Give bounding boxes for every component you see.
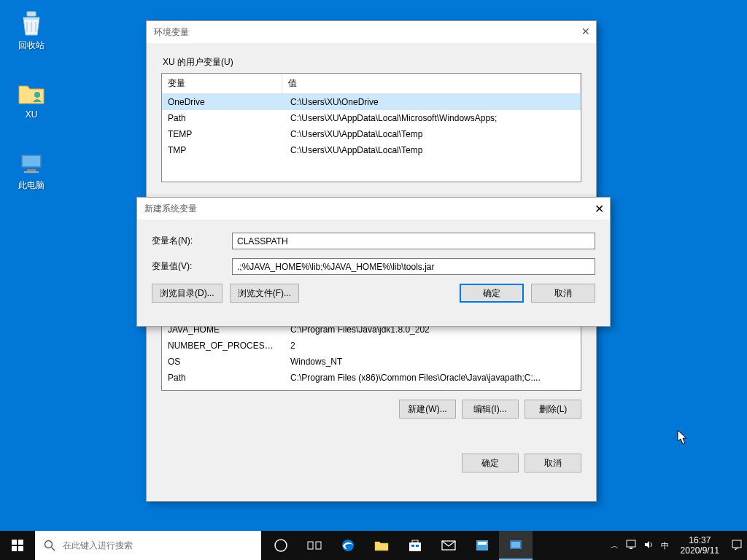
edge-icon[interactable] — [331, 531, 365, 560]
system-tray: ︿ 中 16:37 2020/9/11 — [611, 535, 747, 556]
dialog-titlebar[interactable]: 环境变量 ✕ — [147, 21, 596, 43]
folder-icon — [17, 79, 46, 108]
svg-rect-8 — [12, 546, 17, 551]
ok-button[interactable]: 确定 — [460, 284, 524, 303]
svg-rect-7 — [18, 540, 23, 545]
svg-rect-25 — [627, 540, 635, 547]
task-view-icon[interactable] — [298, 531, 331, 560]
browse-file-button[interactable]: 浏览文件(F)... — [230, 284, 299, 303]
svg-rect-17 — [412, 540, 418, 542]
cancel-button[interactable]: 取消 — [531, 284, 595, 303]
file-explorer-icon[interactable] — [365, 531, 398, 560]
variable-name-label: 变量名(N): — [152, 235, 232, 247]
svg-rect-14 — [316, 542, 321, 549]
svg-rect-27 — [732, 540, 741, 548]
svg-rect-19 — [416, 545, 419, 547]
svg-rect-22 — [478, 542, 487, 545]
new-system-variable-dialog: 新建系统变量 ✕ 变量名(N): 变量值(V): 浏览目录(D)... 浏览文件… — [136, 197, 611, 327]
tray-network-icon[interactable] — [626, 540, 636, 551]
table-row[interactable]: TMPC:\Users\XU\AppData\Local\Temp — [162, 142, 581, 158]
svg-line-11 — [52, 548, 55, 551]
tray-volume-icon[interactable] — [643, 540, 654, 551]
column-header-value[interactable]: 值 — [282, 74, 581, 93]
svg-rect-6 — [12, 540, 17, 545]
taskbar-app-icon[interactable] — [465, 531, 499, 560]
delete-button[interactable]: 删除(L) — [525, 400, 581, 419]
taskbar-app-active-icon[interactable] — [499, 531, 533, 560]
desktop-icon-user-folder[interactable]: XU — [4, 76, 58, 120]
svg-rect-9 — [18, 546, 23, 551]
dialog-title: 环境变量 — [154, 26, 189, 39]
desktop-icon-label: 此电脑 — [4, 179, 58, 192]
svg-rect-24 — [511, 542, 520, 548]
tray-date: 2020/9/11 — [681, 545, 719, 556]
table-row[interactable]: NUMBER_OF_PROCESSORS2 — [162, 338, 581, 354]
svg-rect-4 — [27, 169, 36, 171]
mail-icon[interactable] — [432, 531, 465, 560]
table-row[interactable]: PathC:\Program Files (x86)\Common Files\… — [162, 370, 581, 386]
system-variables-table[interactable]: JAVA_HOMEC:\Program Files\Java\jdk1.8.0_… — [161, 321, 581, 391]
svg-rect-13 — [308, 542, 313, 549]
computer-icon — [17, 149, 46, 178]
taskbar: 在此键入进行搜索 ︿ 中 16:37 2020/9/11 — [0, 531, 747, 560]
user-variables-table[interactable]: 变量 值 OneDriveC:\Users\XU\OneDrive PathC:… — [161, 73, 581, 182]
ok-button[interactable]: 确定 — [462, 454, 519, 472]
new-button[interactable]: 新建(W)... — [399, 400, 456, 419]
svg-rect-18 — [411, 545, 414, 547]
close-icon[interactable]: ✕ — [581, 26, 590, 37]
search-box[interactable]: 在此键入进行搜索 — [35, 531, 261, 560]
user-vars-group-label: XU 的用户变量(U) — [163, 56, 581, 69]
recycle-bin-icon — [17, 9, 46, 38]
tray-notifications-icon[interactable] — [731, 539, 743, 552]
cortana-icon[interactable] — [264, 531, 298, 560]
table-row[interactable]: OneDriveC:\Users\XU\OneDrive — [162, 94, 581, 110]
column-header-variable[interactable]: 变量 — [162, 74, 282, 93]
edit-button[interactable]: 编辑(I)... — [462, 400, 519, 419]
tray-ime-indicator[interactable]: 中 — [661, 540, 669, 551]
variable-name-input[interactable] — [232, 233, 595, 249]
browse-directory-button[interactable]: 浏览目录(D)... — [152, 284, 222, 303]
svg-point-12 — [275, 540, 287, 551]
desktop-icon-label: 回收站 — [4, 39, 58, 52]
close-icon[interactable]: ✕ — [595, 202, 604, 216]
search-placeholder: 在此键入进行搜索 — [63, 540, 133, 552]
search-icon — [44, 540, 55, 551]
table-row[interactable]: PATHEXT.COM;.EXE;.BAT;.CMD;.VBS;.VBE;.JS… — [162, 386, 581, 391]
table-row[interactable]: TEMPC:\Users\XU\AppData\Local\Temp — [162, 126, 581, 142]
tray-clock[interactable]: 16:37 2020/9/11 — [676, 535, 724, 556]
svg-rect-16 — [409, 542, 421, 551]
tray-chevron-up-icon[interactable]: ︿ — [611, 540, 619, 551]
dialog-title: 新建系统变量 — [144, 203, 197, 215]
desktop-icon-recycle-bin[interactable]: 回收站 — [4, 6, 58, 52]
svg-point-1 — [34, 92, 40, 98]
desktop-icon-this-pc[interactable]: 此电脑 — [4, 146, 58, 192]
desktop-icon-label: XU — [4, 109, 58, 120]
table-row[interactable]: PathC:\Users\XU\AppData\Local\Microsoft\… — [162, 110, 581, 126]
svg-point-10 — [45, 541, 53, 548]
table-row[interactable]: OSWindows_NT — [162, 354, 581, 370]
variable-value-label: 变量值(V): — [152, 260, 232, 273]
cursor-icon — [677, 429, 689, 448]
start-button[interactable] — [0, 531, 35, 560]
cancel-button[interactable]: 取消 — [525, 454, 581, 472]
svg-rect-5 — [24, 171, 39, 173]
tray-time: 16:37 — [681, 535, 719, 545]
store-icon[interactable] — [398, 531, 432, 560]
variable-value-input[interactable] — [232, 258, 595, 275]
dialog-titlebar[interactable]: 新建系统变量 ✕ — [137, 198, 610, 219]
svg-rect-26 — [630, 548, 632, 549]
svg-rect-0 — [27, 12, 36, 16]
svg-rect-3 — [23, 156, 40, 166]
